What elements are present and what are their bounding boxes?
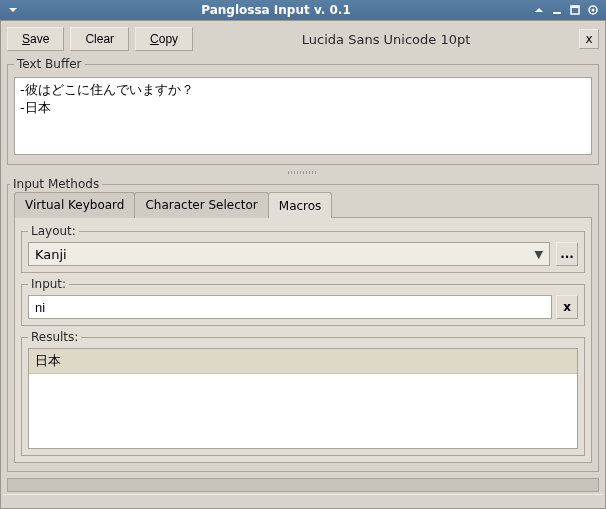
macros-panel: Layout: Kanji ▼ ... Input: x <box>14 217 592 463</box>
results-list[interactable]: 日本 <box>28 348 578 449</box>
tab-character-selector[interactable]: Character Selector <box>134 192 268 218</box>
results-legend: Results: <box>28 330 81 344</box>
app-window: Panglossa Input v. 0.1 Save Clear Copy L… <box>0 0 606 509</box>
tab-macros[interactable]: Macros <box>268 192 333 218</box>
chevron-down-icon: ▼ <box>535 248 543 261</box>
toolbar-close-button[interactable]: x <box>579 29 599 49</box>
layout-select-value: Kanji <box>35 247 67 262</box>
svg-point-4 <box>592 9 595 12</box>
results-fieldset: Results: 日本 <box>21 330 585 456</box>
copy-button[interactable]: Copy <box>135 27 193 51</box>
horizontal-scrollbar[interactable] <box>7 478 599 492</box>
layout-legend: Layout: <box>28 224 79 238</box>
layout-more-button[interactable]: ... <box>556 242 578 266</box>
input-legend: Input: <box>28 277 69 291</box>
input-methods-fieldset: Input Methods Virtual Keyboard Character… <box>7 177 599 472</box>
menu-icon[interactable] <box>6 3 20 17</box>
maximize-icon[interactable] <box>568 3 582 17</box>
window-title: Panglossa Input v. 0.1 <box>22 3 530 17</box>
layout-fieldset: Layout: Kanji ▼ ... <box>21 224 585 273</box>
svg-rect-0 <box>553 12 561 14</box>
clear-button[interactable]: Clear <box>70 27 129 51</box>
font-label: Lucida Sans Unicode 10pt <box>199 32 573 47</box>
input-fieldset: Input: x <box>21 277 585 326</box>
statusbar <box>3 494 603 506</box>
client-area: Save Clear Copy Lucida Sans Unicode 10pt… <box>0 20 606 509</box>
text-buffer-legend: Text Buffer <box>14 57 85 71</box>
titlebar[interactable]: Panglossa Input v. 0.1 <box>0 0 606 20</box>
minimize-icon[interactable] <box>550 3 564 17</box>
text-buffer-fieldset: Text Buffer <box>7 57 599 165</box>
list-item[interactable]: 日本 <box>29 349 577 374</box>
rollup-icon[interactable] <box>532 3 546 17</box>
save-button[interactable]: Save <box>7 27 64 51</box>
close-window-icon[interactable] <box>586 3 600 17</box>
tab-bar: Virtual Keyboard Character Selector Macr… <box>14 192 592 218</box>
tab-virtual-keyboard[interactable]: Virtual Keyboard <box>14 192 135 218</box>
toolbar: Save Clear Copy Lucida Sans Unicode 10pt… <box>3 23 603 55</box>
splitter-grip[interactable] <box>3 169 603 175</box>
macro-input[interactable] <box>28 295 552 319</box>
text-buffer-textarea[interactable] <box>14 77 592 155</box>
input-methods-legend: Input Methods <box>10 177 102 191</box>
input-clear-button[interactable]: x <box>556 295 578 319</box>
layout-select[interactable]: Kanji ▼ <box>28 242 550 266</box>
